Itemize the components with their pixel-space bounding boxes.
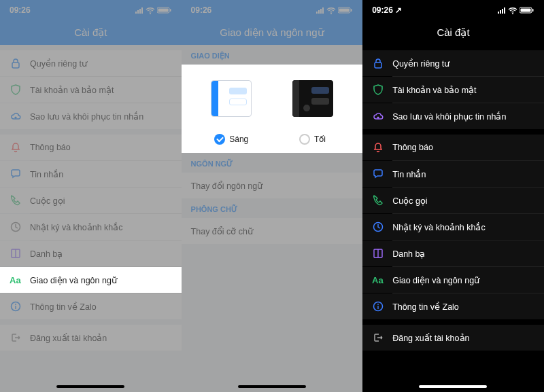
settings-row-book[interactable]: Danh bạ xyxy=(0,240,182,266)
status-bar: 09:26 xyxy=(182,0,363,20)
section-3: Đăng xuất tài khoản xyxy=(0,325,182,351)
section-3: Đăng xuất tài khoản xyxy=(362,325,544,351)
signal-icon xyxy=(135,7,143,14)
aa-icon xyxy=(10,274,24,286)
panel-1-settings: 09:26 Cài đặt Quyền riêng tưTài khoản và… xyxy=(0,0,182,392)
row-label: Giao diện và ngôn ngữ xyxy=(24,275,165,285)
home-indicator[interactable] xyxy=(238,385,306,388)
settings-row-phone[interactable]: Cuộc gọi xyxy=(362,188,544,213)
row-label: Tài khoản và bảo mật xyxy=(387,85,528,95)
wifi-icon xyxy=(326,7,336,14)
settings-row-clock[interactable]: Nhật ký và khoảnh khắc xyxy=(362,214,544,240)
settings-row-lock[interactable]: Quyền riêng tư xyxy=(362,50,544,76)
theme-option-dark[interactable]: Tối xyxy=(282,134,343,145)
shield-icon xyxy=(372,84,387,96)
chevron-right-icon xyxy=(528,113,534,120)
settings-row-aa[interactable]: Giao diện và ngôn ngữ xyxy=(0,267,182,293)
settings-row-chat[interactable]: Tin nhắn xyxy=(0,161,182,187)
row-change-font-size[interactable]: Thay đổi cỡ chữ xyxy=(182,218,363,244)
row-label: Thông tin về Zalo xyxy=(24,302,165,312)
settings-row-info[interactable]: Thông tin về Zalo xyxy=(362,293,544,319)
settings-row-chat[interactable]: Tin nhắn xyxy=(362,161,544,187)
chevron-right-icon xyxy=(346,228,353,234)
settings-row-logout[interactable]: Đăng xuất tài khoản xyxy=(362,325,544,351)
row-label: Đăng xuất tài khoản xyxy=(24,333,165,343)
row-label: Thông báo xyxy=(24,143,165,152)
settings-row-bell[interactable]: Thông báo xyxy=(0,135,182,160)
wifi-icon xyxy=(146,7,155,14)
chevron-right-icon xyxy=(165,113,172,120)
info-icon xyxy=(372,300,387,313)
row-label: Sao lưu và khôi phục tin nhắn xyxy=(24,111,165,122)
chevron-right-icon xyxy=(528,171,534,177)
row-label: Tài khoản và bảo mật xyxy=(24,85,165,95)
clock-icon xyxy=(372,221,387,233)
row-label: Sao lưu và khôi phục tin nhắn xyxy=(387,111,528,122)
header: Cài đặt xyxy=(0,20,182,45)
section-1: Quyền riêng tưTài khoản và bảo mậtSao lư… xyxy=(362,50,544,129)
logout-icon xyxy=(10,332,24,344)
settings-row-shield[interactable]: Tài khoản và bảo mật xyxy=(362,77,544,103)
row-label: Nhật ký và khoảnh khắc xyxy=(387,222,528,232)
radio-unselected-icon xyxy=(299,134,310,145)
radio-selected-icon xyxy=(214,134,225,145)
chevron-right-icon xyxy=(165,277,172,283)
row-label: Cuộc gọi xyxy=(24,196,165,206)
settings-row-phone[interactable]: Cuộc gọi xyxy=(0,188,182,213)
settings-row-logout[interactable]: Đăng xuất tài khoản xyxy=(0,325,182,351)
home-indicator[interactable] xyxy=(56,385,124,388)
chat-icon xyxy=(372,168,387,180)
settings-row-clock[interactable]: Nhật ký và khoảnh khắc xyxy=(0,214,182,240)
cloud-icon xyxy=(372,110,387,122)
settings-row-bell[interactable]: Thông báo xyxy=(362,135,544,160)
settings-row-info[interactable]: Thông tin về Zalo xyxy=(0,293,182,319)
header-title: Giao diện và ngôn ngữ xyxy=(220,26,324,39)
chevron-right-icon xyxy=(528,60,534,67)
theme-light-label: Sáng xyxy=(229,135,248,144)
chevron-right-icon xyxy=(528,303,534,310)
settings-row-cloud[interactable]: Sao lưu và khôi phục tin nhắn xyxy=(0,103,182,129)
battery-icon xyxy=(520,7,534,14)
settings-row-shield[interactable]: Tài khoản và bảo mật xyxy=(0,77,182,103)
back-button[interactable] xyxy=(371,26,383,39)
lock-icon xyxy=(372,57,387,69)
location-icon: ↗ xyxy=(395,5,402,15)
chevron-right-icon xyxy=(165,224,172,230)
chevron-right-icon xyxy=(528,334,534,341)
settings-row-book[interactable]: Danh bạ xyxy=(362,240,544,266)
row-label: Thay đổi ngôn ngữ xyxy=(191,181,347,191)
chevron-right-icon xyxy=(165,334,172,341)
chevron-right-icon xyxy=(528,144,534,151)
chevron-right-icon xyxy=(165,171,172,177)
chevron-right-icon xyxy=(165,60,172,67)
phone-icon xyxy=(10,194,24,207)
chat-icon xyxy=(10,168,24,180)
chevron-right-icon xyxy=(528,250,534,257)
home-indicator[interactable] xyxy=(419,385,487,388)
status-bar: 09:26 ↗ xyxy=(362,0,544,20)
row-label: Nhật ký và khoảnh khắc xyxy=(24,222,165,232)
aa-icon xyxy=(372,274,387,286)
settings-row-aa[interactable]: Giao diện và ngôn ngữ xyxy=(362,267,544,293)
row-change-language[interactable]: Thay đổi ngôn ngữ xyxy=(182,173,363,198)
section-title-language: NGÔN NGỮ xyxy=(182,153,363,173)
header-title: Cài đặt xyxy=(437,26,469,39)
lock-icon xyxy=(10,57,24,69)
back-button[interactable] xyxy=(8,26,20,39)
theme-preview-light[interactable] xyxy=(201,71,262,126)
book-icon xyxy=(372,247,387,260)
battery-icon xyxy=(157,7,172,14)
status-bar: 09:26 xyxy=(0,0,182,20)
settings-row-cloud[interactable]: Sao lưu và khôi phục tin nhắn xyxy=(362,103,544,129)
section-title-font: PHÔNG CHỮ xyxy=(182,198,363,218)
back-button[interactable] xyxy=(190,26,202,39)
cloud-icon xyxy=(10,110,24,122)
row-label: Đăng xuất tài khoản xyxy=(387,333,528,343)
settings-row-lock[interactable]: Quyền riêng tư xyxy=(0,50,182,76)
chevron-right-icon xyxy=(346,182,353,189)
row-label: Danh bạ xyxy=(387,249,528,259)
header: Cài đặt xyxy=(362,20,544,45)
theme-option-light[interactable]: Sáng xyxy=(201,134,262,145)
bell-icon xyxy=(10,141,24,154)
theme-preview-dark[interactable] xyxy=(282,71,343,126)
